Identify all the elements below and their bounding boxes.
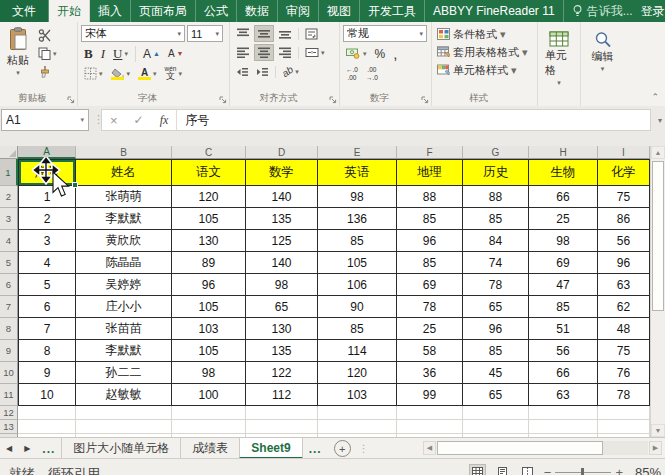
sheet-tab-2[interactable]: Sheet9 [239, 438, 302, 459]
align-right-button[interactable] [275, 44, 295, 61]
align-center-button[interactable] [254, 44, 274, 61]
cell-I13[interactable] [598, 420, 650, 434]
normal-view-button[interactable] [469, 464, 486, 475]
cell-E5[interactable]: 105 [318, 252, 397, 274]
cell-G10[interactable]: 45 [463, 362, 529, 384]
column-header-F[interactable]: F [397, 146, 463, 159]
ribbon-tab-6[interactable]: 审阅 [278, 0, 319, 22]
cell-H12[interactable] [529, 406, 598, 420]
cell-I11[interactable]: 78 [598, 384, 650, 406]
zoom-out-icon[interactable]: − [544, 465, 552, 475]
percent-style-button[interactable]: % [372, 45, 389, 62]
cell-E1[interactable]: 英语 [318, 159, 397, 186]
row-header-1[interactable]: 1 [0, 159, 18, 186]
row-header-13[interactable]: 13 [0, 420, 18, 434]
cell-I10[interactable]: 76 [598, 362, 650, 384]
cell-C2[interactable]: 120 [172, 186, 246, 208]
row-header-9[interactable]: 9 [0, 340, 18, 362]
cell-E7[interactable]: 90 [318, 296, 397, 318]
tell-me-button[interactable]: 告诉我... [564, 0, 641, 22]
cell-B6[interactable]: 吴婷婷 [76, 274, 172, 296]
increase-decimal-button[interactable]: ←.0 .00 [343, 65, 361, 82]
cell-B7[interactable]: 庄小小 [76, 296, 172, 318]
sheetbar-splitter[interactable]: ⋮ [355, 438, 373, 459]
decrease-indent-button[interactable] [233, 63, 252, 80]
sheet-tab-1[interactable]: 成绩表 [180, 438, 239, 459]
cell-B8[interactable]: 张苗苗 [76, 318, 172, 340]
cell-G11[interactable]: 65 [463, 384, 529, 406]
cell-D9[interactable]: 135 [246, 340, 318, 362]
ribbon-tab-5[interactable]: 数据 [237, 0, 278, 22]
ribbon-tab-8[interactable]: 开发工具 [360, 0, 425, 22]
cell-H1[interactable]: 生物 [529, 159, 598, 186]
cell-F11[interactable]: 99 [397, 384, 463, 406]
align-middle-button[interactable] [254, 25, 274, 42]
cell-I5[interactable]: 96 [598, 252, 650, 274]
align-left-button[interactable] [233, 44, 253, 61]
cancel-icon[interactable]: × [102, 113, 126, 128]
row-header-6[interactable]: 6 [0, 274, 18, 296]
borders-button[interactable]: ▾ [81, 65, 106, 82]
column-header-D[interactable]: D [246, 146, 318, 159]
conditional-formatting-button[interactable]: 条件格式 ▾ [435, 25, 534, 43]
cell-H11[interactable]: 63 [529, 384, 598, 406]
cell-E9[interactable]: 114 [318, 340, 397, 362]
cell-D5[interactable]: 140 [246, 252, 318, 274]
cell-I7[interactable]: 62 [598, 296, 650, 318]
name-box[interactable]: A1 ▾ [1, 109, 89, 131]
cell-E2[interactable]: 98 [318, 186, 397, 208]
cell-H8[interactable]: 51 [529, 318, 598, 340]
enter-icon[interactable]: ✓ [126, 113, 152, 127]
fill-handle[interactable] [72, 182, 78, 188]
row-header-7[interactable]: 7 [0, 296, 18, 318]
sign-in-button[interactable]: 登录 [641, 3, 665, 20]
column-header-I[interactable]: I [598, 146, 650, 159]
cell-B9[interactable]: 李默默 [76, 340, 172, 362]
cell-E6[interactable]: 106 [318, 274, 397, 296]
increase-indent-button[interactable] [253, 63, 272, 80]
cell-B13[interactable] [76, 420, 172, 434]
cell-A6[interactable]: 5 [18, 274, 76, 296]
underline-button[interactable]: U ▾ [110, 45, 131, 62]
font-size-combo[interactable]: 11 ▾ [187, 25, 223, 42]
cell-A5[interactable]: 4 [18, 252, 76, 274]
cell-F1[interactable]: 地理 [397, 159, 463, 186]
row-header-10[interactable]: 10 [0, 362, 18, 384]
cell-E3[interactable]: 136 [318, 208, 397, 230]
vertical-scrollbar[interactable]: ▲ ▼ [650, 146, 665, 437]
select-all-corner[interactable] [0, 146, 18, 159]
cell-A9[interactable]: 8 [18, 340, 76, 362]
cell-G9[interactable]: 85 [463, 340, 529, 362]
clipboard-dialog-launcher-icon[interactable] [67, 96, 75, 104]
sheet-next-icon[interactable]: ▶ [18, 438, 36, 459]
vertical-scrollbar-thumb[interactable] [652, 161, 664, 311]
cell-A11[interactable]: 10 [18, 384, 76, 406]
cell-D2[interactable]: 140 [246, 186, 318, 208]
cell-H4[interactable]: 98 [529, 230, 598, 252]
row-header-5[interactable]: 5 [0, 252, 18, 274]
format-as-table-button[interactable]: 套用表格格式 ▾ [435, 43, 534, 61]
cell-D1[interactable]: 数学 [246, 159, 318, 186]
column-header-H[interactable]: H [529, 146, 598, 159]
cell-I1[interactable]: 化学 [598, 159, 650, 186]
hscroll-left-icon[interactable]: ◀ [423, 441, 436, 455]
scroll-up-icon[interactable]: ▲ [651, 146, 665, 159]
cell-B12[interactable] [76, 406, 172, 420]
cell-E11[interactable]: 103 [318, 384, 397, 406]
row-header-12[interactable]: 12 [0, 406, 18, 420]
cell-A3[interactable]: 2 [18, 208, 76, 230]
cell-D6[interactable]: 98 [246, 274, 318, 296]
row-header-2[interactable]: 2 [0, 186, 18, 208]
cell-F9[interactable]: 58 [397, 340, 463, 362]
cell-H2[interactable]: 66 [529, 186, 598, 208]
page-break-view-button[interactable] [519, 464, 536, 475]
cell-F4[interactable]: 96 [397, 230, 463, 252]
cell-styles-button[interactable]: 单元格样式 ▾ [435, 61, 534, 79]
sheet-more-left[interactable]: ... [36, 438, 61, 459]
cell-I9[interactable]: 75 [598, 340, 650, 362]
cell-D12[interactable] [246, 406, 318, 420]
cell-H7[interactable]: 85 [529, 296, 598, 318]
alignment-dialog-launcher-icon[interactable] [329, 96, 337, 104]
cell-I8[interactable]: 48 [598, 318, 650, 340]
paste-button[interactable]: 粘贴 ▾ [3, 25, 33, 80]
